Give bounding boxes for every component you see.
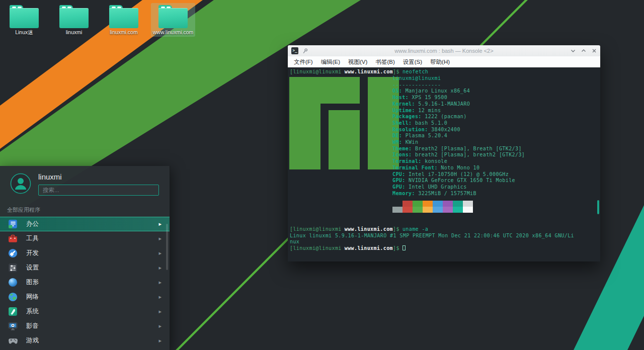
- desktop-folder[interactable]: Linux迷: [2, 3, 46, 37]
- palette-swatch: [453, 207, 463, 213]
- launcher-item-tools[interactable]: 工具 ▸: [0, 231, 170, 246]
- user-avatar[interactable]: [10, 173, 31, 194]
- palette-swatch: [443, 201, 453, 207]
- palette-swatch: [423, 201, 433, 207]
- neofetch-field: Uptime: 12 mins: [392, 108, 525, 114]
- palette-swatch: [403, 201, 413, 207]
- launcher-item-settings[interactable]: 设置 ▸: [0, 260, 170, 275]
- launcher-item-label: 图形: [26, 278, 39, 287]
- neofetch-field: Resolution: 3840x2400: [392, 127, 525, 133]
- terminal-bottom-lines: [linuxmi@linuxmiwww.linuxmi.com]$uname -…: [290, 226, 574, 252]
- manjaro-logo: [289, 77, 399, 169]
- command-uname: uname -a: [403, 226, 428, 232]
- launcher-item-label: 工具: [26, 234, 39, 243]
- launcher-item-network[interactable]: 网络 ▸: [0, 290, 170, 304]
- desktop-folder[interactable]: linuxmi.com: [102, 3, 146, 37]
- pin-icon[interactable]: [303, 48, 308, 54]
- launcher-item-development[interactable]: 开发 ▸: [0, 246, 170, 260]
- terminal-area[interactable]: [linuxmi@linuxmiwww.linuxmi.com]$neofetc…: [288, 67, 600, 261]
- palette-swatch: [453, 201, 463, 207]
- launcher-item-label: 网络: [26, 293, 39, 301]
- launcher-item-multimedia[interactable]: 影音 ▸: [0, 319, 170, 333]
- palette-swatch: [463, 207, 473, 213]
- launcher-item-label: 游戏: [26, 336, 39, 345]
- color-palette-row-1: [403, 201, 473, 207]
- launcher-header: linuxmi: [0, 166, 170, 202]
- folder-icon: [59, 5, 89, 28]
- palette-swatch: [392, 207, 403, 213]
- search-input[interactable]: [38, 185, 159, 196]
- username: linuxmi: [38, 172, 62, 181]
- uname-output: Linux linuxmi 5.9.16-1-MANJARO #1 SMP PR…: [290, 233, 574, 239]
- neofetch-field: Packages: 1222 (pacman): [392, 114, 525, 120]
- launcher-item-system[interactable]: 系统 ▸: [0, 304, 170, 319]
- prompt-cwd: www.linuxmi.com: [345, 245, 393, 251]
- neofetch-field: DE: Plasma 5.20.4: [392, 133, 525, 139]
- palette-swatch: [413, 207, 423, 213]
- desktop-folder[interactable]: linuxmi: [52, 3, 96, 37]
- neofetch-field: GPU: NVIDIA GeForce GTX 1650 Ti Mobile: [392, 178, 525, 184]
- development-icon: [8, 248, 18, 258]
- neofetch-header: linuxmi@linuxmi: [392, 75, 525, 82]
- terminal-prompt-line: [linuxmi@linuxmiwww.linuxmi.com]$: [290, 245, 574, 252]
- folder-icon: [109, 5, 138, 28]
- folder-label: linuxmi.com: [102, 29, 146, 37]
- prompt-user: linuxmi@linuxmi: [293, 226, 341, 232]
- folder-label: linuxmi: [52, 29, 96, 37]
- palette-swatch: [433, 201, 443, 207]
- neofetch-field: Icons: breath2 [Plasma], breath2 [GTK2/3…: [392, 152, 525, 158]
- menu-bookmarks[interactable]: 书签(B): [371, 56, 398, 67]
- prompt-cwd: www.linuxmi.com: [345, 226, 393, 232]
- konsole-window: >_ www.linuxmi.com : bash — Konsole <2> …: [288, 45, 600, 261]
- terminal-scrollbar[interactable]: [597, 200, 599, 214]
- office-icon: [8, 219, 18, 229]
- launcher-item-games[interactable]: 游戏 ▸: [0, 333, 170, 348]
- menu-help[interactable]: 帮助(H): [426, 56, 454, 67]
- palette-swatch: [403, 207, 413, 213]
- prompt-user: linuxmi@linuxmi: [293, 245, 341, 251]
- palette-swatch: [413, 201, 423, 207]
- system-icon: [8, 306, 18, 317]
- menu-settings[interactable]: 设置(S): [399, 56, 426, 67]
- launcher-scrollbar[interactable]: [166, 224, 168, 270]
- color-palette-row-2: [392, 207, 473, 213]
- launcher-item-office[interactable]: 办公 ▸: [0, 217, 170, 231]
- desktop-folder-selected[interactable]: www.linuxmi.com: [151, 3, 195, 37]
- neofetch-field: CPU: Intel i7-10750H (12) @ 5.000GHz: [392, 171, 525, 178]
- close-button[interactable]: [592, 48, 597, 53]
- neofetch-field: GPU: Intel UHD Graphics: [392, 184, 525, 191]
- neofetch-field: Terminal: konsole: [392, 158, 525, 165]
- maximize-button[interactable]: [581, 48, 586, 53]
- folder-icon: [158, 5, 188, 28]
- launcher-item-label: 设置: [26, 264, 39, 272]
- menu-edit[interactable]: 编辑(E): [317, 56, 344, 67]
- menu-file[interactable]: 文件(F): [290, 56, 317, 67]
- palette-swatch: [463, 201, 473, 207]
- submenu-arrow-icon: ▸: [158, 250, 162, 256]
- uname-output-wrap: nux: [290, 239, 574, 245]
- neofetch-field: OS: Manjaro Linux x86_64: [392, 88, 525, 95]
- neofetch-field: Memory: 3225MiB / 15757MiB: [392, 191, 525, 197]
- submenu-arrow-icon: ▸: [158, 308, 162, 315]
- prompt-user: linuxmi@linuxmi: [293, 69, 341, 74]
- neofetch-fields: OS: Manjaro Linux x86_64Host: XPS 15 950…: [392, 88, 525, 197]
- submenu-arrow-icon: ▸: [158, 323, 162, 329]
- command-neofetch: neofetch: [403, 69, 428, 74]
- app-launcher-panel: linuxmi 全部应用程序 办公 ▸ 工具 ▸ 开发 ▸ 设置: [0, 166, 170, 350]
- desktop: Linux迷 linuxmi linuxmi.com www.linuxmi.c…: [0, 0, 644, 350]
- terminal-prompt-line: [linuxmi@linuxmiwww.linuxmi.com]$neofetc…: [290, 69, 428, 75]
- games-icon: [8, 335, 18, 346]
- section-label: 全部应用程序: [0, 202, 170, 216]
- titlebar[interactable]: >_ www.linuxmi.com : bash — Konsole <2>: [288, 45, 600, 56]
- palette-swatch: [443, 207, 453, 213]
- submenu-arrow-icon: ▸: [158, 294, 162, 300]
- neofetch-field: Terminal Font: Noto Mono 10: [392, 165, 525, 171]
- launcher-item-unknown[interactable]: 未知类别 ▸: [0, 348, 170, 350]
- menu-view[interactable]: 视图(V): [344, 56, 371, 67]
- multimedia-icon: [8, 321, 18, 331]
- launcher-item-graphics[interactable]: 图形 ▸: [0, 275, 170, 290]
- minimize-button[interactable]: [571, 48, 576, 53]
- neofetch-field: Host: XPS 15 9500: [392, 95, 525, 101]
- launcher-item-label: 系统: [26, 307, 39, 316]
- submenu-arrow-icon: ▸: [158, 265, 162, 271]
